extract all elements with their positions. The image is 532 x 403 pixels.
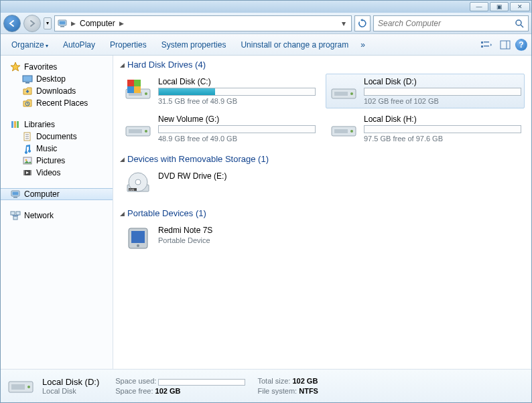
details-value: 102 GB [155,387,181,395]
videos-icon [22,167,33,178]
drive-usage-bar [364,88,521,96]
svg-rect-14 [11,121,13,128]
view-options-button[interactable] [478,37,495,52]
sidebar-favorites[interactable]: Favorites [1,61,113,73]
details-label: Total size: [257,377,290,385]
svg-rect-16 [17,121,19,128]
drive-dvd[interactable]: DVD DVD RW Drive (E:) [120,168,525,200]
minimize-button[interactable]: — [470,2,488,11]
drive-usage-bar [158,88,316,96]
breadcrumb-separator[interactable]: ▶ [68,20,78,27]
svg-rect-1 [60,26,64,27]
sidebar-label: Favorites [24,62,57,72]
svg-point-34 [145,92,147,95]
drive-free-text: 97.5 GB free of 97.6 GB [364,135,521,143]
hard-drive-icon [123,114,153,140]
svg-line-4 [521,25,523,27]
details-label: File system: [257,387,297,395]
sidebar-label: Pictures [36,156,65,165]
autoplay-button[interactable]: AutoPlay [56,37,102,52]
group-header-portable[interactable]: ◢ Portable Devices (1) [120,208,525,218]
sidebar-item-computer[interactable]: Computer [1,188,113,200]
drive-item[interactable]: Local Disk (D:)102 GB free of 102 GB [326,74,525,108]
details-label: Space free: [115,387,153,395]
properties-button[interactable]: Properties [103,37,153,52]
sidebar-item-downloads[interactable]: Downloads [1,85,113,97]
star-icon [10,62,21,72]
svg-rect-8 [484,46,489,47]
svg-rect-28 [13,192,19,195]
breadcrumb-separator[interactable]: ▶ [117,20,127,27]
sidebar-item-recent[interactable]: Recent Places [1,97,113,109]
sidebar-item-pictures[interactable]: Pictures [1,155,113,167]
help-button[interactable]: ? [515,39,527,51]
back-button[interactable] [3,15,21,32]
hard-drive-icon [329,114,358,140]
details-label: Space used: [115,377,156,385]
drive-item[interactable]: New Volume (G:)48.9 GB free of 49.0 GB [120,111,319,146]
toolbar-overflow[interactable]: » [356,40,369,50]
svg-rect-54 [131,231,145,243]
search-box[interactable] [373,15,529,31]
svg-rect-43 [129,129,142,133]
refresh-button[interactable] [354,15,371,31]
group-title: Portable Devices (1) [127,208,206,218]
drive-name: Local Disk (H:) [364,114,521,124]
svg-rect-15 [14,121,16,128]
sidebar-item-network[interactable]: Network [1,210,113,222]
drive-free-text: 31.5 GB free of 48.9 GB [158,97,316,105]
documents-icon [22,131,33,142]
svg-rect-46 [334,129,348,133]
details-name: Local Disk (D:) [42,377,99,387]
svg-rect-37 [127,86,134,93]
hard-drive-icon [123,77,153,102]
sidebar-label: Documents [36,132,77,141]
portable-device[interactable]: Redmi Note 7S Portable Device [120,222,525,254]
drive-item[interactable]: Local Disk (H:)97.5 GB free of 97.6 GB [326,111,525,146]
drive-name: New Volume (G:) [158,114,316,124]
drive-icon [6,374,36,399]
sidebar-libraries[interactable]: Libraries [1,118,113,131]
drive-free-text: 102 GB free of 102 GB [364,97,521,105]
preview-pane-button[interactable] [496,37,514,52]
system-properties-button[interactable]: System properties [155,37,233,52]
uninstall-button[interactable]: Uninstall or change a program [234,37,355,52]
svg-point-41 [350,92,353,95]
sidebar-label: Recent Places [36,98,88,108]
drive-name: Local Disk (D:) [364,77,521,86]
breadcrumb-computer[interactable]: Computer [78,19,117,28]
sidebar-label: Desktop [36,74,66,84]
drive-item[interactable]: Local Disk (C:)31.5 GB free of 48.9 GB [120,74,319,108]
group-header-hdd[interactable]: ◢ Hard Disk Drives (4) [120,60,525,70]
nav-history-dropdown[interactable]: ▾ [44,17,52,29]
sidebar-item-videos[interactable]: Videos [1,167,113,179]
computer-icon [10,189,21,199]
sidebar-item-music[interactable]: Music [1,143,113,155]
svg-point-3 [516,20,521,25]
search-input[interactable] [378,19,515,28]
svg-rect-6 [484,42,489,43]
downloads-icon [22,86,33,96]
forward-button[interactable] [23,15,41,32]
svg-rect-11 [23,76,32,82]
device-type: Portable Device [158,236,521,244]
group-header-removable[interactable]: ◢ Devices with Removable Storage (1) [120,154,525,164]
svg-rect-9 [501,41,510,49]
group-title: Devices with Removable Storage (1) [127,154,269,164]
details-pane: Local Disk (D:) Local Disk Space used: T… [1,369,531,402]
sidebar-label: Music [36,144,57,153]
breadcrumb-dropdown[interactable]: ▾ [338,19,350,28]
maximize-button[interactable]: ▣ [490,2,509,11]
svg-point-44 [145,130,147,133]
svg-rect-27 [13,197,17,198]
sidebar-item-documents[interactable]: Documents [1,131,113,143]
group-title: Hard Disk Drives (4) [127,60,206,70]
organize-menu[interactable]: Organize [5,37,55,52]
collapse-icon: ◢ [120,156,125,163]
svg-rect-57 [11,384,25,390]
drive-usage-bar [158,125,316,133]
breadcrumb[interactable]: ▶ Computer ▶ ▾ [54,15,352,31]
svg-rect-25 [30,170,31,175]
close-button[interactable]: ✕ [510,2,530,11]
sidebar-item-desktop[interactable]: Desktop [1,73,113,85]
